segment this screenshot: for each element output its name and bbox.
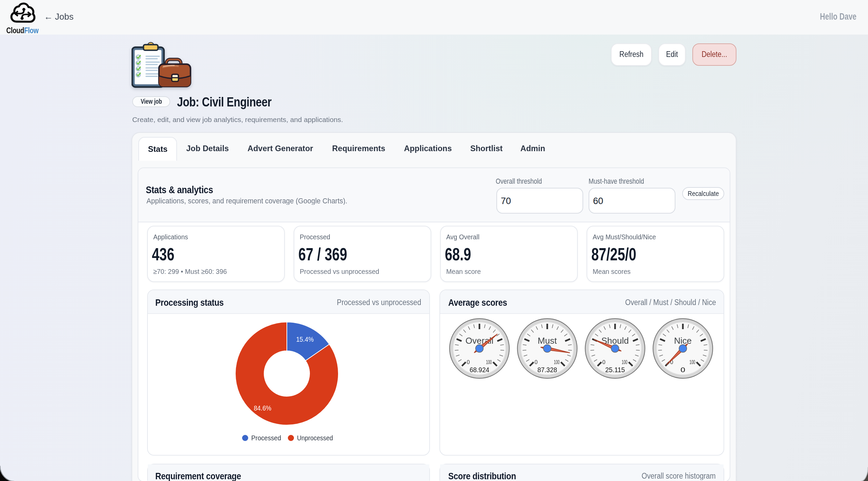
svg-text:0: 0 xyxy=(680,366,685,374)
svg-text:Must: Must xyxy=(538,336,557,346)
svg-text:87.328: 87.328 xyxy=(537,366,557,374)
svg-text:Processed: Processed xyxy=(251,434,281,442)
svg-text:100: 100 xyxy=(554,359,560,365)
svg-text:0: 0 xyxy=(535,359,538,365)
svg-text:68.924: 68.924 xyxy=(470,366,489,374)
svg-text:100: 100 xyxy=(486,359,492,365)
svg-text:15.4%: 15.4% xyxy=(296,335,313,343)
svg-text:84.6%: 84.6% xyxy=(253,404,271,412)
svg-text:Unprocessed: Unprocessed xyxy=(297,434,333,442)
svg-text:100: 100 xyxy=(690,359,695,365)
svg-text:Nice: Nice xyxy=(674,336,692,346)
svg-text:100: 100 xyxy=(622,359,628,365)
svg-text:25.115: 25.115 xyxy=(605,366,625,374)
svg-text:0: 0 xyxy=(603,359,606,365)
svg-text:0: 0 xyxy=(467,359,470,365)
